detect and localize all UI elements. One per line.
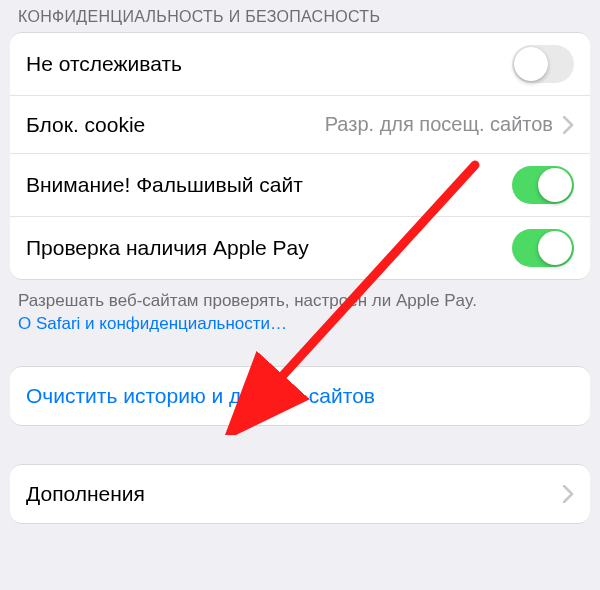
chevron-right-icon [563,116,574,134]
row-label: Не отслеживать [26,52,182,76]
row-extensions[interactable]: Дополнения [10,465,590,523]
row-apple-pay-check[interactable]: Проверка наличия Apple Pay [10,216,590,279]
group-extensions: Дополнения [10,464,590,524]
row-do-not-track[interactable]: Не отслеживать [10,33,590,95]
row-block-cookies[interactable]: Блок. cookie Разр. для посещ. сайтов [10,95,590,153]
footer-text: Разрешать веб-сайтам проверять, настроен… [18,291,477,310]
group-clear: Очистить историю и данные сайтов [10,366,590,426]
row-label: Дополнения [26,482,145,506]
row-clear-history[interactable]: Очистить историю и данные сайтов [10,367,590,425]
row-label: Внимание! Фальшивый сайт [26,173,303,197]
row-label: Блок. cookie [26,113,145,137]
chevron-right-icon [563,485,574,503]
row-fraud-warning[interactable]: Внимание! Фальшивый сайт [10,153,590,216]
switch-do-not-track[interactable] [512,45,574,83]
clear-history-label: Очистить историю и данные сайтов [26,384,375,408]
group-privacy: Не отслеживать Блок. cookie Разр. для по… [10,32,590,280]
section-footer: Разрешать веб-сайтам проверять, настроен… [0,280,600,340]
row-label: Проверка наличия Apple Pay [26,236,309,260]
switch-fraud-warning[interactable] [512,166,574,204]
row-value: Разр. для посещ. сайтов [325,113,553,136]
privacy-link[interactable]: О Safari и конфиденциальности… [18,314,287,333]
switch-apple-pay-check[interactable] [512,229,574,267]
section-header-privacy: КОНФИДЕНЦИАЛЬНОСТЬ И БЕЗОПАСНОСТЬ [0,0,600,32]
